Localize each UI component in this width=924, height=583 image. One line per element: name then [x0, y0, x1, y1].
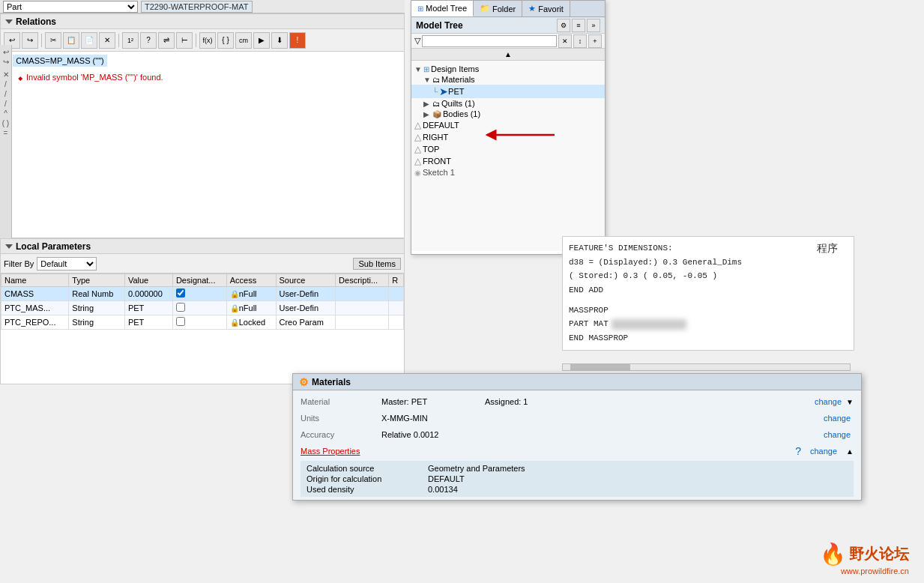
tree-item-front[interactable]: △ FRONT — [411, 155, 605, 167]
params-table-container: Name Type Value Designat... Access Sourc… — [1, 274, 404, 384]
change-dropdown-icon[interactable]: ▼ — [846, 398, 854, 406]
feat-line8: END MASSPROP — [569, 331, 848, 345]
col-access: Access — [226, 274, 276, 287]
calc-source-label: Calculation source — [307, 464, 426, 473]
mt-add-btn[interactable]: + — [588, 34, 602, 48]
cell-desc — [336, 301, 389, 315]
materials-titlebar: ⚙ Materials — [293, 374, 861, 390]
scroll-up-btn[interactable]: ▲ — [411, 49, 605, 61]
prog-btn[interactable]: ▶ — [253, 32, 270, 49]
model-tree-content: ▼ ⊞ Design Items ▼ 🗂 Materials └ ➤ PET ▶… — [411, 61, 605, 251]
collapse-icon[interactable] — [5, 19, 13, 24]
cell-type: String — [69, 301, 125, 315]
logo-combined: 🔥 野火论坛 — [820, 542, 909, 567]
cell-designate — [172, 301, 226, 315]
origin-value: DEFAULT — [428, 474, 848, 483]
mt-expand-btn[interactable]: ↕ — [573, 34, 587, 48]
tree-item-bodies[interactable]: ▶ 📦 Bodies (1) — [411, 109, 605, 119]
col-description: Descripti... — [336, 274, 389, 287]
filter-by-select[interactable]: Default — [37, 257, 97, 271]
tree-item-right[interactable]: △ RIGHT — [411, 131, 605, 143]
delete-btn[interactable]: ✕ — [99, 32, 115, 49]
change-btn-material[interactable]: change ▼ — [812, 395, 854, 408]
sub-items-button[interactable]: Sub Items — [353, 258, 401, 270]
mt-clear-btn[interactable]: ✕ — [558, 34, 572, 48]
mt-extra-btn[interactable]: » — [587, 19, 600, 32]
cell-r — [389, 315, 404, 330]
redo-btn[interactable]: ↪ — [22, 32, 38, 49]
relations-toolbar: ↩ ↪ ✂ 📋 📄 ✕ 1² ? ⇌ ⊢ f(x) { } cm ▶ ⬇ ! — [1, 29, 404, 52]
part-dropdown-select[interactable]: Part — [3, 1, 138, 13]
cell-source: User-Defin — [276, 301, 336, 315]
func-btn[interactable]: f(x) — [199, 32, 216, 49]
tree-item-quilts[interactable]: ▶ 🗂 Quilts (1) — [411, 98, 605, 109]
horizontal-scrollbar[interactable] — [562, 363, 851, 371]
mass-props-expand-icon[interactable]: ▲ — [846, 447, 854, 456]
tree-item-design-items[interactable]: ▼ ⊞ Design Items — [411, 64, 605, 74]
mt-settings-btn[interactable]: ⚙ — [557, 19, 570, 32]
filter-icon: ▽ — [414, 36, 420, 46]
tree-item-materials[interactable]: ▼ 🗂 Materials — [411, 74, 605, 85]
table-row[interactable]: CMASS Real Numb 0.000000 🔒nFull User-Def… — [1, 287, 404, 301]
designate-checkbox[interactable] — [176, 289, 185, 297]
change-btn-units[interactable]: change — [821, 411, 854, 425]
feat-line3: ( Stored:) 0.3 ( 0.05, -0.05 ) — [569, 269, 848, 283]
materials-title: Materials — [312, 377, 351, 387]
tree-item-pet[interactable]: └ ➤ PET — [411, 85, 605, 98]
cell-source: User-Defin — [276, 287, 336, 301]
relations-header: Relations — [1, 14, 404, 29]
num-btn[interactable]: 1² — [122, 32, 139, 49]
paste-btn[interactable]: 📄 — [81, 32, 97, 49]
bodies-icon: 📦 — [432, 110, 441, 118]
tree-item-sketch1[interactable]: ◉ Sketch 1 — [411, 167, 605, 178]
designate-checkbox[interactable] — [176, 303, 185, 312]
right-plane-icon: △ — [414, 132, 421, 142]
switch-btn[interactable]: ⇌ — [158, 32, 175, 49]
sep2 — [118, 34, 119, 47]
col-type: Type — [69, 274, 125, 287]
designate-checkbox[interactable] — [176, 317, 185, 326]
mt-menu-btn[interactable]: ≡ — [572, 19, 585, 32]
sep3 — [196, 34, 196, 47]
col-r: R — [389, 274, 404, 287]
tab-favorites[interactable]: ★ Favorit — [522, 1, 570, 16]
cell-access: 🔒Locked — [226, 315, 276, 330]
params-table-header: Name Type Value Designat... Access Sourc… — [1, 274, 404, 287]
relation-cmass: CMASS=MP_MASS ("") — [13, 55, 107, 67]
change-btn-accuracy[interactable]: change — [821, 428, 854, 441]
warn-btn[interactable]: ! — [289, 32, 306, 49]
down-btn[interactable]: ⬇ — [271, 32, 288, 49]
feat-line1: FEATURE'S DIMENSIONS: — [569, 241, 848, 256]
param-btn[interactable]: ? — [140, 32, 157, 49]
filename-label: T2290-WATERPROOF-MAT — [141, 1, 253, 13]
design-items-label: Design Items — [431, 64, 479, 73]
sketch1-label: Sketch 1 — [423, 168, 455, 177]
unit-btn[interactable]: cm — [235, 32, 252, 49]
front-plane-icon: △ — [414, 156, 421, 166]
relations-title: Relations — [16, 16, 56, 27]
top-plane-icon: △ — [414, 144, 421, 154]
cell-name: PTC_MAS... — [1, 301, 69, 315]
col-name: Name — [1, 274, 69, 287]
copy-btn[interactable]: 📋 — [63, 32, 79, 49]
material-label: Material — [301, 397, 375, 406]
mt-search-input[interactable] — [422, 35, 557, 47]
tree-item-top[interactable]: △ TOP — [411, 143, 605, 155]
right-label: RIGHT — [423, 133, 448, 142]
params-collapse-icon[interactable] — [5, 244, 13, 249]
cut-btn[interactable]: ✂ — [45, 32, 61, 49]
calc-source-value: Geometry and Parameters — [428, 464, 848, 473]
table-row[interactable]: PTC_MAS... String PET 🔒nFull User-Defin — [1, 301, 404, 315]
quilts-label: Quilts (1) — [441, 99, 475, 108]
tab-folder[interactable]: 📁 Folder — [474, 1, 522, 16]
units-label: Units — [301, 414, 375, 423]
top-label: TOP — [423, 145, 439, 154]
tab-model-tree[interactable]: ⊞ Model Tree — [411, 1, 474, 16]
change-btn-mass-props[interactable]: change — [807, 444, 840, 458]
brace-btn[interactable]: { } — [217, 32, 234, 49]
table-row[interactable]: PTC_REPO... String PET 🔒Locked Creo Para… — [1, 315, 404, 330]
bound-btn[interactable]: ⊢ — [176, 32, 193, 49]
tree-item-default[interactable]: △ DEFAULT — [411, 119, 605, 131]
help-icon[interactable]: ? — [795, 445, 801, 457]
feat-part-row: PART MAT — [569, 317, 848, 331]
